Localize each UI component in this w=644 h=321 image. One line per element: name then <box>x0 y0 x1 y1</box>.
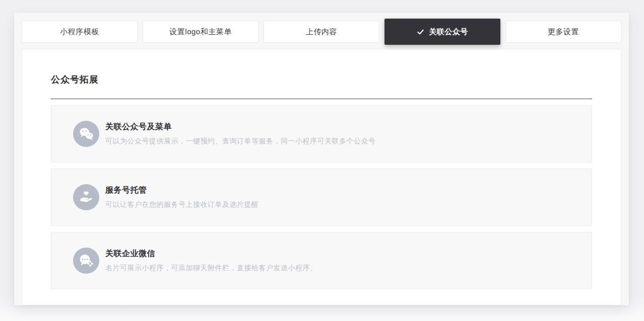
tab-upload-content[interactable]: 上传内容 <box>264 21 379 43</box>
card-description: 名片可展示小程序，可添加聊天附件栏，直接给客户发送小程序。 <box>105 264 317 273</box>
card-link-enterprise-wechat[interactable]: 关联企业微信 名片可展示小程序，可添加聊天附件栏，直接给客户发送小程序。 <box>51 232 592 289</box>
wizard-tab-bar: 小程序模板 设置logo和主菜单 上传内容 关联公众号 更多设置 <box>22 19 621 44</box>
tab-set-logo-and-menu[interactable]: 设置logo和主菜单 <box>143 21 259 43</box>
check-icon <box>417 28 424 36</box>
card-text: 关联企业微信 名片可展示小程序，可添加聊天附件栏，直接给客户发送小程序。 <box>105 249 317 273</box>
card-title: 关联企业微信 <box>105 249 317 259</box>
tab-label: 上传内容 <box>306 27 337 37</box>
wecom-chat-icon <box>73 248 99 274</box>
tab-content-area: 公众号拓展 关联公众号及菜单 可以为公众号提供展示，一键预约、查询订单等服务，同… <box>22 49 621 305</box>
tab-miniprogram-template[interactable]: 小程序模板 <box>22 21 138 43</box>
tab-label: 更多设置 <box>548 27 579 37</box>
card-text: 关联公众号及菜单 可以为公众号提供展示，一键预约、查询订单等服务，同一小程序可关… <box>105 122 376 146</box>
tab-label: 小程序模板 <box>60 27 99 37</box>
card-service-account-hosting[interactable]: 服务号托管 可以让客户在您的服务号上接收订单及选片提醒 <box>51 169 592 226</box>
card-text: 服务号托管 可以让客户在您的服务号上接收订单及选片提醒 <box>105 185 259 209</box>
card-title: 关联公众号及菜单 <box>105 122 376 132</box>
card-link-official-account-menu[interactable]: 关联公众号及菜单 可以为公众号提供展示，一键预约、查询订单等服务，同一小程序可关… <box>51 105 592 163</box>
setup-wizard-panel: 小程序模板 设置logo和主菜单 上传内容 关联公众号 更多设置 公众号拓展 <box>14 13 629 305</box>
tab-label: 设置logo和主菜单 <box>169 27 231 37</box>
card-description: 可以让客户在您的服务号上接收订单及选片提醒 <box>105 200 259 209</box>
tab-link-official-account[interactable]: 关联公众号 <box>384 19 500 45</box>
section-title: 公众号拓展 <box>51 73 592 86</box>
tab-more-settings[interactable]: 更多设置 <box>505 21 621 43</box>
card-title: 服务号托管 <box>105 185 259 196</box>
hand-heart-icon <box>73 184 99 210</box>
tab-label: 关联公众号 <box>429 27 468 37</box>
section-divider <box>51 99 592 99</box>
card-description: 可以为公众号提供展示，一键预约、查询订单等服务，同一小程序可关联多个公众号 <box>105 137 376 146</box>
wechat-icon <box>73 121 99 147</box>
